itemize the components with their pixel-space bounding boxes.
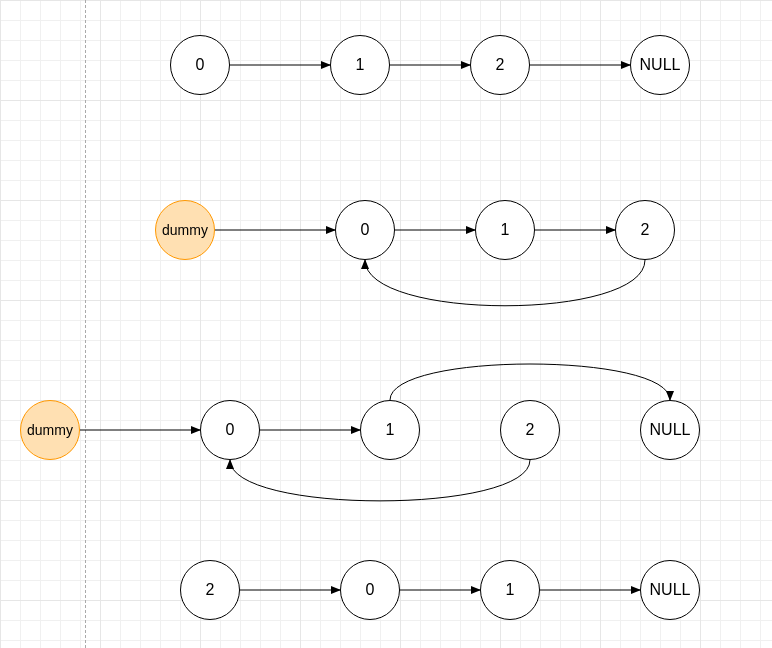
node-label: dummy <box>162 222 208 238</box>
node-label: 0 <box>226 421 235 439</box>
list-node: 1 <box>360 400 420 460</box>
node-label: 0 <box>366 581 375 599</box>
vertical-dashed-guide <box>85 0 86 648</box>
list-node: 2 <box>470 35 530 95</box>
dummy-node: dummy <box>155 200 215 260</box>
node-label: 2 <box>496 56 505 74</box>
node-label: NULL <box>650 581 691 599</box>
node-label: NULL <box>640 56 681 74</box>
list-node: 0 <box>200 400 260 460</box>
list-node: 1 <box>480 560 540 620</box>
list-node: 0 <box>335 200 395 260</box>
node-label: 0 <box>361 221 370 239</box>
node-label: 2 <box>641 221 650 239</box>
list-node: 2 <box>500 400 560 460</box>
grid-background-coarse <box>0 0 772 648</box>
list-node: 0 <box>170 35 230 95</box>
list-node: 0 <box>340 560 400 620</box>
dummy-node: dummy <box>20 400 80 460</box>
node-label: 2 <box>526 421 535 439</box>
list-node: NULL <box>640 560 700 620</box>
node-label: 2 <box>206 581 215 599</box>
list-node: 1 <box>475 200 535 260</box>
list-node: 1 <box>330 35 390 95</box>
node-label: 1 <box>386 421 395 439</box>
node-label: dummy <box>27 422 73 438</box>
node-label: 1 <box>501 221 510 239</box>
list-node: NULL <box>640 400 700 460</box>
list-node: NULL <box>630 35 690 95</box>
list-node: 2 <box>180 560 240 620</box>
list-node: 2 <box>615 200 675 260</box>
node-label: NULL <box>650 421 691 439</box>
node-label: 1 <box>356 56 365 74</box>
node-label: 1 <box>506 581 515 599</box>
node-label: 0 <box>196 56 205 74</box>
